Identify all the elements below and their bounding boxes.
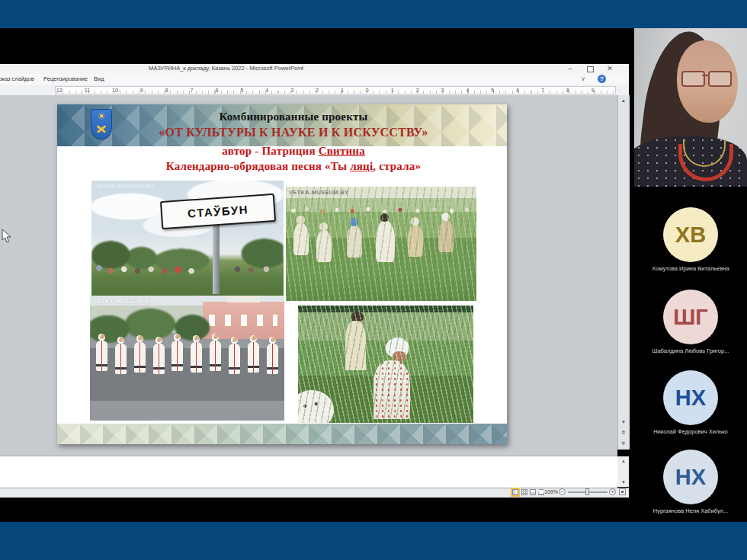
slide-title-line1: Комбинированные проекты: [80, 110, 507, 123]
ruler-number: 7: [191, 86, 194, 94]
previous-slide-button[interactable]: [618, 428, 628, 437]
photo-woman-in-rye: [298, 306, 473, 423]
reading-view-button[interactable]: [530, 489, 536, 495]
person-figure: [316, 230, 332, 262]
participant-tile[interactable]: НХ Нургаянова Неля Хабибул...: [634, 442, 747, 523]
avatar: ХВ: [663, 207, 718, 262]
trees: [90, 298, 210, 345]
ppt-title-bar: [0, 64, 629, 75]
tab-review[interactable]: Рецензирование: [43, 75, 88, 82]
slide-footer-band: [57, 424, 507, 444]
person-figure: [351, 312, 364, 323]
folk-dancer: [134, 342, 146, 373]
song-prefix: Календарно-обрядовая песня «Ты: [166, 160, 350, 172]
road-sign: СТАЎБУН: [160, 193, 276, 229]
ruler-number: 4: [466, 86, 469, 94]
ruler-number: 1: [341, 86, 344, 94]
normal-view-button[interactable]: [512, 489, 518, 495]
folk-dancer: [172, 341, 183, 371]
scroll-down-icon[interactable]: [620, 479, 627, 485]
folk-dancer: [96, 341, 107, 371]
folk-dancer: [229, 344, 240, 374]
tab-view[interactable]: Вид: [94, 75, 104, 82]
person-figure: [438, 220, 454, 252]
scroll-up-icon[interactable]: [620, 98, 627, 104]
zoom-out-button[interactable]: −: [559, 488, 566, 495]
person-figure: [376, 221, 395, 262]
person-figure: [293, 223, 309, 255]
ruler-number: 3: [290, 86, 293, 94]
bottom-banner: [0, 522, 747, 560]
ruler-number: 5: [240, 86, 243, 94]
photo-field-crowd: VETKA-MUSEUM.BY: [286, 187, 476, 301]
slide-title-line2: «ОТ КУЛЬТУРЫ К НАУКЕ И К ИСКУССТВУ»: [80, 126, 507, 139]
person-figure: [345, 321, 366, 370]
restore-icon: [587, 66, 594, 72]
ruler-number: 6: [216, 86, 219, 94]
ruler-numbers: 1211109876543210123456789: [56, 86, 595, 94]
crowd: [91, 261, 284, 280]
ruler-number: 7: [541, 86, 544, 94]
distant-people: [286, 203, 476, 219]
speaker-video-tile[interactable]: [634, 28, 747, 187]
song-word: ляці: [350, 160, 373, 172]
folk-dancer: [248, 342, 259, 373]
avatar: НХ: [663, 370, 718, 425]
avatar: НХ: [663, 450, 718, 504]
ruler-number: 9: [140, 86, 143, 94]
watermark: VETKA-MUSEUM.BY: [93, 298, 152, 305]
participant-tile[interactable]: НХ Николай Федорович Хилько: [634, 363, 747, 443]
slide-song-line: Календарно-обрядовая песня «Ты ляці, стр…: [80, 160, 507, 173]
vertical-scrollbar[interactable]: [617, 95, 630, 450]
ribbon-collapse-icon[interactable]: [581, 75, 585, 82]
glasses-lens: [708, 71, 732, 87]
ruler-number: 6: [516, 86, 519, 94]
scroll-up-icon[interactable]: [620, 458, 627, 464]
participant-name: Шабалдина Любовь Григор...: [634, 347, 747, 354]
scroll-down-icon[interactable]: [620, 419, 627, 425]
participant-tile[interactable]: ШГ Шабалдина Любовь Григор...: [634, 282, 747, 363]
notes-pane[interactable]: [0, 456, 617, 488]
person-figure: [408, 225, 423, 257]
photo-village-sign: VETKA-MUSEUM.BY СТАЎБУН: [91, 181, 284, 299]
participant-name: Нургаянова Неля Хабибул...: [634, 507, 747, 514]
folk-dancer: [267, 344, 278, 374]
ruler-number: 2: [416, 86, 419, 94]
woman-body: [374, 360, 410, 419]
fit-to-window-button[interactable]: [619, 488, 626, 495]
ruler-number: 9: [592, 86, 595, 94]
participant-tile[interactable]: ХВ Хомутова Ирина Витальевна: [634, 200, 747, 280]
ruler-number: 8: [165, 86, 168, 94]
zoom-in-button[interactable]: +: [609, 488, 616, 495]
white-object: [298, 390, 334, 423]
tab-slideshow[interactable]: Показ слайдов: [0, 75, 34, 82]
ruler-number: 5: [491, 86, 494, 94]
slide-author-line: автор - Патриция Свитина: [80, 145, 507, 158]
ruler-number: 10: [112, 86, 118, 94]
next-slide-button[interactable]: [618, 439, 628, 447]
mouse-cursor: [2, 229, 12, 247]
ruler-number: 8: [566, 86, 569, 94]
close-button[interactable]: ✕: [604, 66, 616, 73]
glasses-bridge: [702, 75, 708, 76]
watermark: VETKA-MUSEUM.BY: [289, 189, 348, 196]
window-title: МАЗУРИНА_к докладу, Казань 2022 - Micros…: [149, 65, 303, 72]
slide-title-block: Комбинированные проекты «ОТ КУЛЬТУРЫ К Н…: [80, 104, 507, 173]
slideshow-button[interactable]: [538, 489, 544, 495]
folk-dancers-row: [96, 341, 279, 371]
restore-button[interactable]: [584, 66, 596, 73]
white-headscarf: [386, 338, 409, 358]
participant-name: Николай Федорович Хилько: [634, 428, 747, 435]
minimize-button[interactable]: –: [564, 66, 576, 73]
ruler-number: 1: [391, 86, 394, 94]
glasses-lens: [681, 71, 705, 87]
ruler-number: 3: [441, 86, 444, 94]
slide-sorter-button[interactable]: [521, 489, 527, 495]
song-suffix: , страла»: [373, 160, 421, 172]
ruler-number: 0: [366, 86, 369, 94]
top-banner: [0, 0, 747, 28]
folk-dancer: [153, 344, 165, 374]
author-prefix: автор - Патриция: [222, 145, 319, 157]
zoom-slider-thumb[interactable]: [585, 488, 589, 495]
help-button[interactable]: ?: [598, 75, 606, 83]
